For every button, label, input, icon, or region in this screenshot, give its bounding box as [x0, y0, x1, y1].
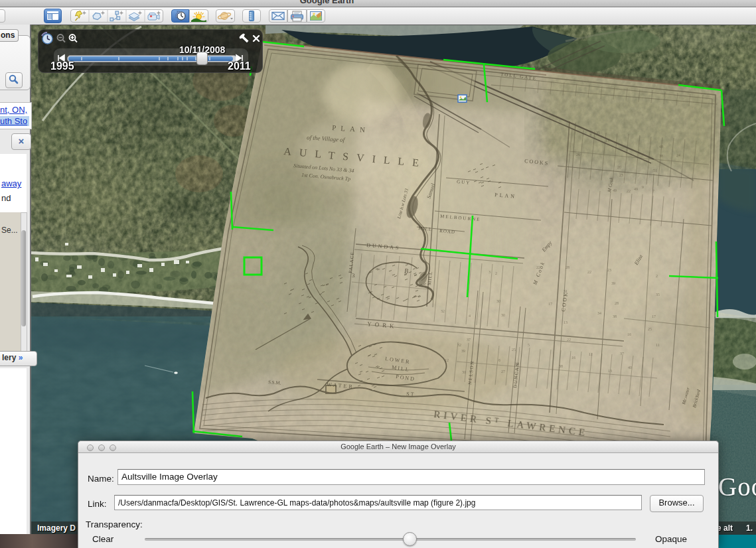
svg-text:S.S.M.: S.S.M.: [268, 379, 281, 386]
svg-text:28: 28: [615, 301, 619, 305]
svg-text:38: 38: [659, 154, 663, 158]
svg-text:27: 27: [501, 370, 505, 374]
svg-text:ST: ST: [406, 391, 416, 397]
svg-text:24: 24: [676, 153, 680, 157]
svg-text:+: +: [157, 9, 161, 17]
svg-text:18: 18: [515, 362, 519, 366]
svg-text:16: 16: [571, 356, 575, 360]
svg-text:+: +: [82, 9, 86, 17]
svg-text:25: 25: [648, 327, 652, 331]
svg-text:7: 7: [652, 189, 654, 193]
svg-text:13: 13: [608, 369, 612, 373]
svg-text:4: 4: [469, 314, 471, 318]
svg-text:17: 17: [652, 314, 656, 318]
svg-text:9: 9: [642, 185, 644, 189]
svg-text:22: 22: [536, 265, 540, 269]
svg-text:48: 48: [659, 145, 663, 149]
svg-text:37: 37: [620, 352, 624, 356]
svg-text:26: 26: [576, 153, 580, 157]
svg-text:22: 22: [587, 270, 591, 274]
svg-text:38: 38: [559, 364, 563, 368]
svg-text:32: 32: [457, 343, 461, 347]
svg-text:12: 12: [445, 358, 449, 362]
svg-text:13: 13: [564, 320, 567, 324]
svg-text:38: 38: [613, 314, 617, 318]
svg-text:+: +: [101, 9, 105, 17]
svg-text:37: 37: [467, 338, 471, 342]
svg-text:49: 49: [613, 188, 617, 192]
svg-text:20: 20: [617, 165, 621, 169]
svg-text:30: 30: [462, 370, 466, 374]
svg-text:4: 4: [589, 133, 591, 137]
svg-text:11: 11: [656, 343, 660, 347]
svg-text:6: 6: [498, 358, 500, 362]
svg-text:7: 7: [639, 152, 641, 156]
svg-text:5: 5: [528, 343, 530, 347]
svg-text:B: B: [404, 267, 408, 275]
svg-text:28: 28: [566, 265, 569, 269]
svg-text:30: 30: [501, 313, 505, 317]
svg-text:39: 39: [461, 349, 465, 353]
svg-text:39: 39: [611, 281, 615, 285]
svg-text:23: 23: [607, 268, 611, 272]
svg-text:35: 35: [596, 131, 600, 135]
svg-text:3: 3: [489, 270, 491, 274]
svg-text:11: 11: [589, 352, 593, 356]
svg-text:2: 2: [495, 271, 497, 275]
svg-text:25: 25: [512, 348, 516, 352]
svg-text:31: 31: [564, 289, 567, 293]
svg-text:17: 17: [548, 302, 552, 306]
svg-text:+: +: [138, 9, 142, 17]
svg-text:35: 35: [656, 293, 660, 297]
svg-text:+: +: [119, 9, 123, 17]
svg-text:22: 22: [567, 338, 571, 342]
svg-text:30: 30: [496, 299, 500, 303]
svg-text:22: 22: [627, 189, 631, 193]
svg-text:34: 34: [597, 311, 601, 315]
svg-text:51: 51: [653, 169, 657, 172]
svg-text:32: 32: [441, 309, 445, 313]
svg-text:40: 40: [628, 366, 632, 370]
svg-text:2: 2: [656, 274, 658, 278]
svg-text:16: 16: [627, 332, 631, 336]
svg-text:13: 13: [605, 139, 609, 143]
svg-text:49: 49: [634, 187, 638, 191]
svg-text:23: 23: [619, 173, 623, 177]
